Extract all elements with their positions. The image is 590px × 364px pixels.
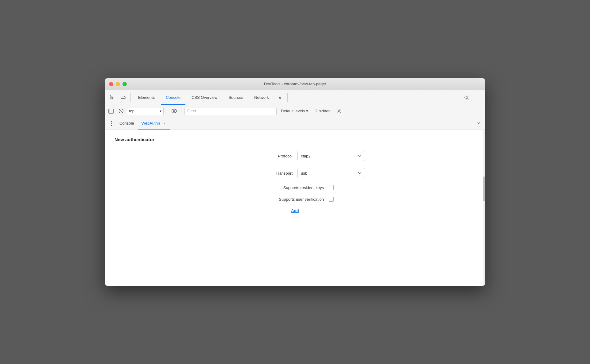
console-divider-1 xyxy=(167,107,167,115)
user-verification-checkbox[interactable] xyxy=(329,197,334,202)
more-options-icon[interactable]: ⋮ xyxy=(473,93,483,103)
console-toolbar: top ▾ Default levels ▾ 2 hidden xyxy=(105,105,485,117)
svg-rect-0 xyxy=(121,96,124,99)
devtools-window: DevTools - chrome://new-tab-page/ Elemen… xyxy=(105,78,485,286)
hidden-count: 2 hidden xyxy=(313,109,333,113)
clear-console-icon[interactable] xyxy=(117,107,125,115)
protocol-row: Protocol ctap2 u2f xyxy=(115,151,475,161)
close-button[interactable] xyxy=(109,82,113,86)
filter-input-wrapper xyxy=(184,107,277,115)
window-controls xyxy=(109,82,127,86)
minimize-button[interactable] xyxy=(116,82,120,86)
transport-select[interactable]: usb nfc ble internal xyxy=(297,168,365,178)
toolbar-divider-1 xyxy=(130,93,131,102)
svg-rect-3 xyxy=(109,109,114,113)
maximize-button[interactable] xyxy=(122,82,127,86)
resident-keys-label: Supports resident keys xyxy=(256,185,324,190)
resident-keys-row: Supports resident keys xyxy=(115,185,475,190)
window-title: DevTools - chrome://new-tab-page/ xyxy=(264,82,326,86)
default-levels-button[interactable]: Default levels ▾ xyxy=(278,107,311,115)
svg-line-6 xyxy=(119,109,123,113)
resident-keys-checkbox[interactable] xyxy=(329,185,334,190)
drawer-header: ⋮ Console WebAuthn × × xyxy=(105,117,485,130)
show-sidebar-icon[interactable] xyxy=(107,107,115,115)
webauthn-panel: New authenticator Protocol ctap2 u2f Tra… xyxy=(105,130,485,286)
tab-webauthn-close[interactable]: × xyxy=(162,121,167,126)
protocol-label: Protocol xyxy=(225,154,293,158)
more-tabs-icon[interactable]: » xyxy=(275,93,285,103)
protocol-select[interactable]: ctap2 u2f xyxy=(297,151,365,161)
webauthn-content: New authenticator Protocol ctap2 u2f Tra… xyxy=(105,130,485,286)
drawer-menu-icon[interactable]: ⋮ xyxy=(107,119,116,128)
new-authenticator-title: New authenticator xyxy=(115,137,475,142)
scrollbar-thumb[interactable] xyxy=(483,176,485,201)
context-dropdown-icon: ▾ xyxy=(160,109,161,113)
tab-sources[interactable]: Sources xyxy=(223,90,248,105)
user-verification-row: Supports user verification xyxy=(115,197,475,202)
inspect-icon[interactable] xyxy=(107,93,117,103)
svg-point-9 xyxy=(338,110,340,112)
eye-icon[interactable] xyxy=(170,107,178,115)
add-button[interactable]: Add xyxy=(291,208,299,213)
transport-label: Transport xyxy=(225,171,293,176)
main-toolbar: Elements Console CSS Overview Sources Ne… xyxy=(105,90,485,105)
tab-console-drawer[interactable]: Console xyxy=(116,117,138,130)
titlebar: DevTools - chrome://new-tab-page/ xyxy=(105,78,485,90)
settings-icon[interactable] xyxy=(462,93,472,103)
toolbar-divider-2 xyxy=(287,93,288,102)
console-settings-icon[interactable] xyxy=(335,107,343,115)
transport-row: Transport usb nfc ble internal xyxy=(115,168,475,178)
tab-elements[interactable]: Elements xyxy=(133,90,160,105)
filter-input[interactable] xyxy=(187,109,274,113)
user-verification-label: Supports user verification xyxy=(256,197,324,202)
svg-point-2 xyxy=(466,97,468,99)
toolbar-right: ⋮ xyxy=(462,93,483,103)
tab-css-overview[interactable]: CSS Overview xyxy=(187,90,223,105)
tab-console[interactable]: Console xyxy=(161,90,185,105)
svg-point-8 xyxy=(173,110,175,112)
console-divider-2 xyxy=(181,107,181,115)
svg-point-7 xyxy=(172,109,177,113)
drawer-close-button[interactable]: × xyxy=(474,119,483,128)
device-toggle-icon[interactable] xyxy=(118,93,128,103)
content-area: ⋮ Console WebAuthn × × New authenticator… xyxy=(105,117,485,286)
scrollbar-track[interactable] xyxy=(483,130,485,286)
context-selector[interactable]: top ▾ xyxy=(127,107,164,115)
tab-network[interactable]: Network xyxy=(249,90,274,105)
context-value: top xyxy=(129,109,134,113)
add-row: Add xyxy=(115,208,475,213)
tab-webauthn[interactable]: WebAuthn × xyxy=(138,117,170,130)
svg-rect-1 xyxy=(124,97,125,99)
